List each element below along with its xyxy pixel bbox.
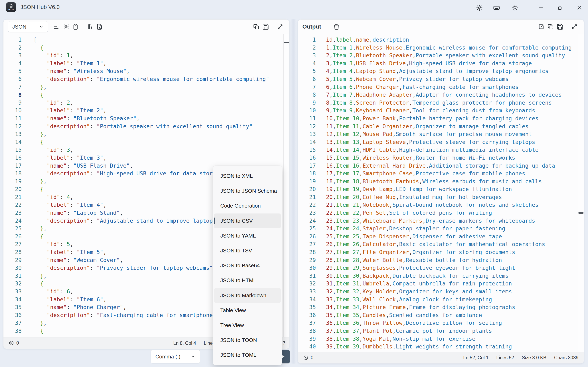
settings-gear-icon[interactable]	[475, 4, 484, 12]
line-number: 7	[3, 83, 22, 91]
menu-item-label: JSON to Base64	[220, 262, 260, 269]
code-line: 1id,label,name,description	[298, 36, 584, 44]
line-content: id,label,name,description	[316, 36, 409, 44]
menu-item-json-to-xml[interactable]: JSON to XML	[214, 169, 281, 184]
code-line: 2827,Item 27,File Organizer,Organizer fo…	[298, 248, 584, 256]
app-title: JSON Hub V6.0	[20, 0, 60, 14]
menu-item-table-view[interactable]: Table View	[214, 303, 281, 318]
code-line: 2120,Item 20,Coffee Mug,Insulated mug fo…	[298, 193, 584, 201]
file-export-icon[interactable]	[95, 22, 104, 31]
format-icon[interactable]	[52, 22, 61, 31]
line-content: "description": "Privacy slider for lapto…	[22, 264, 213, 272]
save-icon[interactable]	[555, 22, 565, 31]
line-number: 8	[298, 91, 316, 99]
menu-item-json-to-toml[interactable]: JSON to TOML	[214, 348, 281, 363]
menu-item-label: JSON to TSV	[220, 248, 252, 254]
line-number: 2	[3, 44, 22, 52]
code-line: 14 {	[3, 138, 289, 146]
menu-item-json-to-json-schema[interactable]: JSON to JSON Schema	[214, 184, 281, 198]
right-scrollbar[interactable]	[578, 34, 584, 352]
menu-item-json-to-toon[interactable]: JSON to TOON	[214, 333, 281, 348]
maximize-restore-button[interactable]	[556, 4, 564, 12]
expand-icon[interactable]	[570, 22, 579, 31]
line-content: 19,Item 19,Desk Lamp,LED lamp for worksp…	[316, 185, 512, 193]
menu-item-json-to-csv[interactable]: JSON to CSV	[214, 213, 281, 228]
panel-divider[interactable]	[291, 19, 296, 364]
menu-item-tree-view[interactable]: Tree View	[214, 318, 281, 333]
line-content: 12,Item 12,Mouse Pad,Smooth surface for …	[316, 130, 532, 138]
menu-item-json-to-base64[interactable]: JSON to Base64	[214, 258, 281, 273]
line-number: 5	[298, 67, 316, 75]
left-toolbar: JSON	[3, 20, 289, 34]
toolbar-separator	[567, 23, 567, 30]
line-content: },	[22, 130, 47, 138]
paste-clipboard-icon[interactable]	[71, 22, 80, 31]
code-line: 1[	[3, 36, 289, 44]
delimiter-select[interactable]: Comma (,)	[151, 350, 200, 363]
line-content: "label": "Item 6",	[22, 296, 107, 304]
line-number: 30	[298, 264, 316, 272]
chars-stat-fragment: 7	[283, 337, 285, 349]
close-button[interactable]	[575, 4, 584, 12]
line-number: 29	[3, 256, 22, 264]
menu-item-json-to-markdown[interactable]: JSON to Markdown	[214, 288, 281, 303]
left-scrollbar-thumb[interactable]	[284, 42, 289, 43]
code-line: 2019,Item 19,Desk Lamp,LED lamp for work…	[298, 185, 584, 193]
code-line: 7 },	[3, 83, 289, 91]
code-line: 3837,Item 37,Plant Pot,Ceramic pot for i…	[298, 327, 584, 335]
menu-item-json-to-tsv[interactable]: JSON to TSV	[214, 243, 281, 258]
line-content: 6,Item 6,Phone Charger,Fast-charging cab…	[316, 83, 519, 91]
code-line: 3635,Item 35,Candles,Scented candles for…	[298, 311, 584, 319]
code-line: 12 "description": "Portable speaker with…	[3, 123, 289, 131]
csv-output-editor[interactable]: 1id,label,name,description21,Item 1,Wire…	[298, 34, 584, 352]
line-number: 35	[3, 303, 22, 311]
line-number: 13	[298, 130, 316, 138]
line-content: [	[22, 36, 37, 44]
line-number: 35	[298, 303, 316, 311]
copy-icon[interactable]	[546, 22, 555, 31]
copy-icon[interactable]	[251, 22, 261, 31]
share-icon[interactable]	[536, 22, 546, 31]
line-number: 17	[3, 162, 22, 170]
line-content: 23,Item 23,Whiteboard Markers,Dry-erase …	[316, 217, 535, 225]
line-content: 7,Item 7,Headphone Adapter,Adapter for c…	[316, 91, 562, 99]
save-icon[interactable]	[261, 22, 270, 31]
line-content: 15,Item 15,Wireless Router,Router for ho…	[316, 154, 515, 162]
language-select[interactable]: JSON	[8, 21, 48, 32]
chevron-down-icon	[190, 354, 195, 359]
line-number: 12	[3, 123, 22, 131]
code-line: 2625,Item 25,Tape Dispenser,Dispenser fo…	[298, 233, 584, 241]
line-content: "id": 6,	[22, 288, 73, 296]
minimize-button[interactable]	[537, 4, 545, 12]
code-line: 2423,Item 23,Whiteboard Markers,Dry-eras…	[298, 217, 584, 225]
menu-item-json-to-html[interactable]: JSON to HTML	[214, 273, 281, 288]
chars-stat: Chars 3039	[554, 355, 579, 360]
compact-icon[interactable]	[61, 22, 71, 31]
menu-item-json-to-yaml[interactable]: JSON to YAML	[214, 228, 281, 243]
code-line: 3 "id": 1,	[3, 52, 289, 59]
line-content: 26,Item 26,Calculator,Basic calculator f…	[316, 240, 545, 248]
line-number: 26	[3, 233, 22, 241]
cursor-position: Ln 8, Col 4	[173, 337, 196, 349]
line-content: 27,Item 27,File Organizer,Organizer for …	[316, 248, 515, 256]
line-number: 36	[3, 311, 22, 319]
library-columns-icon[interactable]	[85, 22, 95, 31]
line-content: {	[22, 327, 43, 335]
menu-item-code-generation[interactable]: Code Generation	[214, 198, 281, 213]
line-number: 38	[3, 327, 22, 335]
code-line: 2221,Item 21,Notebook,Spiral-bound noteb…	[298, 201, 584, 209]
expand-icon[interactable]	[276, 22, 285, 31]
trash-icon[interactable]	[332, 22, 341, 31]
code-line: 13 },	[3, 130, 289, 138]
line-number: 14	[3, 138, 22, 146]
menu-item-label: JSON to JSON Schema	[220, 188, 277, 194]
keyboard-icon[interactable]	[493, 4, 501, 12]
line-content: 32,Item 32,Key Holder,Organizer for keys…	[316, 288, 512, 296]
line-number: 30	[3, 264, 22, 272]
line-content: 37,Item 37,Plant Pot,Ceramic pot for ind…	[316, 327, 492, 335]
theme-sun-icon[interactable]	[511, 4, 519, 12]
left-scrollbar[interactable]	[283, 34, 289, 337]
line-number: 22	[3, 201, 22, 209]
line-number: 4	[3, 59, 22, 67]
right-scrollbar-thumb[interactable]	[579, 212, 584, 214]
